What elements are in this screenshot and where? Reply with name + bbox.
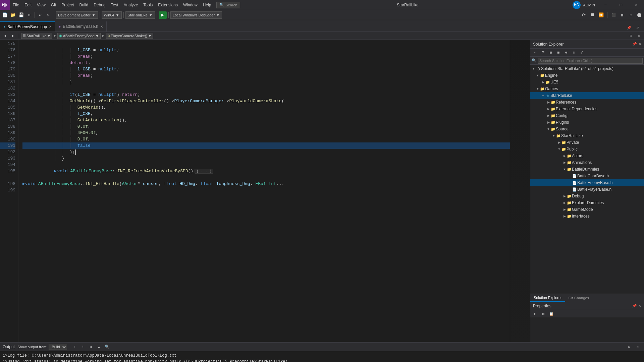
- menu-debug[interactable]: Debug: [91, 0, 108, 10]
- pin-prop-button[interactable]: 📌: [632, 304, 637, 308]
- toolbar-icon-6[interactable]: ⊞: [627, 11, 635, 19]
- output-find-button[interactable]: 🔍: [103, 343, 111, 351]
- folder-icon-actors: 📁: [567, 153, 572, 159]
- menu-test[interactable]: Test: [108, 0, 121, 10]
- close-button[interactable]: ✕: [629, 0, 644, 10]
- menu-project[interactable]: Project: [59, 0, 76, 10]
- undo-button[interactable]: ↩: [37, 11, 44, 19]
- breadcrumb-class[interactable]: ◉ ABattleEnemyBase ▼: [57, 33, 101, 39]
- tree-public[interactable]: ▼ 📁 Public: [530, 146, 644, 153]
- tree-debug[interactable]: ▶ 📁 Debug: [530, 193, 644, 199]
- tree-config[interactable]: ▶ 📁 Config: [530, 112, 644, 119]
- redo-button[interactable]: ↪: [45, 11, 52, 19]
- tree-battle-char-base-h[interactable]: ▶ 📄 BattleCharBase.h: [530, 173, 644, 179]
- split-editor-button[interactable]: ⊟: [627, 32, 635, 40]
- arrow-public: ▼: [557, 147, 561, 151]
- se-settings-button[interactable]: ⚙: [570, 49, 578, 56]
- tab-close-2[interactable]: ✕: [100, 25, 103, 28]
- tree-starraillike[interactable]: ▼ ◈ StarRailLike: [530, 92, 644, 99]
- se-sync-button[interactable]: ↔: [532, 49, 539, 56]
- pin-se-button[interactable]: 📌: [632, 42, 637, 46]
- debugger-dropdown[interactable]: Local Windows Debugger ▼: [170, 11, 222, 19]
- toolbar-icon-3[interactable]: ⏩: [597, 11, 605, 19]
- scroll-right-button[interactable]: ▶: [9, 32, 17, 40]
- se-collapse-button[interactable]: ⊟: [547, 49, 554, 56]
- menu-analyze[interactable]: Analyze: [121, 0, 141, 10]
- project-dropdown[interactable]: StarRailLike ▼: [125, 11, 155, 19]
- breadcrumb-method[interactable]: ⊙ PlayerCameraShake() ▼: [106, 33, 153, 39]
- user-avatar[interactable]: HC: [573, 1, 581, 9]
- menu-file[interactable]: File: [10, 0, 22, 10]
- tab-close-1[interactable]: ✕: [49, 25, 52, 28]
- tree-actors[interactable]: ▶ 📁 Actors: [530, 153, 644, 159]
- menu-help[interactable]: Help: [200, 0, 214, 10]
- se-filter-button[interactable]: ⊞: [555, 49, 562, 56]
- new-file-button[interactable]: 📄: [1, 11, 9, 19]
- se-refresh-button[interactable]: ⟳: [539, 49, 547, 56]
- output-btn-1[interactable]: ⬆: [71, 343, 78, 351]
- open-file-button[interactable]: 📁: [9, 11, 17, 19]
- tab-battle-enemy-base-h[interactable]: ● BattleEnemyBase.h ✕: [55, 21, 106, 32]
- git-changes-tab[interactable]: Git Changes: [565, 294, 592, 302]
- toolbar-icon-2[interactable]: ⏹: [589, 11, 596, 19]
- prop-btn-3[interactable]: 📋: [548, 310, 555, 317]
- tree-ue5[interactable]: ▶ 📁 UE5: [530, 79, 644, 85]
- tree-plugins[interactable]: ▶ 📁 Plugins: [530, 119, 644, 126]
- profile-dropdown[interactable]: Development Editor ▼: [56, 11, 98, 19]
- toolbar-icon-5[interactable]: ▦: [619, 11, 626, 19]
- close-se-button[interactable]: ✕: [638, 42, 641, 46]
- output-close-button[interactable]: ✕: [634, 343, 641, 351]
- output-btn-2[interactable]: ⬇: [79, 343, 87, 351]
- tree-game-mode[interactable]: ▶ 📁 GameMode: [530, 206, 644, 213]
- tree-private[interactable]: ▶ 📁 Private: [530, 139, 644, 146]
- tree-external-dependencies[interactable]: ▶ 📁 External Dependencies: [530, 106, 644, 112]
- save-button[interactable]: 💾: [17, 11, 25, 19]
- menu-edit[interactable]: Edit: [22, 0, 34, 10]
- expand-editor-button[interactable]: ⤢: [634, 24, 641, 32]
- menu-build[interactable]: Build: [77, 0, 91, 10]
- prop-btn-1[interactable]: ⊟: [532, 310, 539, 317]
- prop-btn-2[interactable]: ⊞: [540, 310, 547, 317]
- tree-interfaces[interactable]: ▶ 📁 Interfaces: [530, 213, 644, 220]
- tree-solution[interactable]: ▼ ⬡ Solution 'StarRailLike' (51 of 51 pr…: [530, 65, 644, 72]
- breadcrumb-project[interactable]: ☰ StarRailLike ▼: [21, 33, 52, 39]
- tree-animations[interactable]: ▶ 📁 Animations: [530, 159, 644, 166]
- output-expand-button[interactable]: ▲: [625, 343, 633, 351]
- run-button[interactable]: ▶: [159, 11, 167, 19]
- code-editor[interactable]: 175 176 177 178 179 180 181 182 183 184 …: [0, 40, 530, 342]
- maximize-button[interactable]: □: [613, 0, 629, 10]
- tree-explorer-dummies[interactable]: ▶ 📁 ExplorerDummies: [530, 199, 644, 206]
- tree-references[interactable]: ▶ 📁 References: [530, 99, 644, 106]
- toolbar-icon-4[interactable]: ⬛: [610, 11, 617, 19]
- pin-tab-button[interactable]: 📌: [625, 24, 633, 32]
- maximize-editor-button[interactable]: ▲: [635, 32, 643, 40]
- tree-source-starraillike[interactable]: ▼ 📁 StarRailLike: [530, 132, 644, 139]
- close-prop-button[interactable]: ✕: [638, 304, 641, 308]
- minimize-button[interactable]: ─: [598, 0, 613, 10]
- se-pending-changes-button[interactable]: ⊕: [562, 49, 570, 56]
- menu-git[interactable]: Git: [48, 0, 59, 10]
- output-source-dropdown[interactable]: Build: [49, 344, 67, 350]
- tree-battle-player-base-h[interactable]: ▶ 📄 BattlePlayerBase.h: [530, 186, 644, 193]
- menu-window[interactable]: Window: [180, 0, 200, 10]
- save-all-button[interactable]: ⊞: [25, 11, 33, 19]
- tree-battle-enemy-base-h[interactable]: ▶ 📄 BattleEnemyBase.h: [530, 179, 644, 186]
- output-clear-button[interactable]: ⊠: [87, 343, 95, 351]
- tree-engine[interactable]: ▼ 📁 Engine: [530, 72, 644, 79]
- menu-view[interactable]: View: [34, 0, 48, 10]
- tree-source[interactable]: ▼ 📁 Source: [530, 126, 644, 132]
- code-content[interactable]: │ │ │ l_CSB = nullptr; │ │ │ break; │ │ …: [18, 40, 510, 342]
- menu-extensions[interactable]: Extensions: [155, 0, 180, 10]
- toolbar-icon-1[interactable]: ⟳: [580, 11, 587, 19]
- platform-dropdown[interactable]: Win64 ▼: [102, 11, 122, 19]
- tree-games[interactable]: ▼ 📁 Games: [530, 85, 644, 92]
- toolbar-separator-4: [123, 12, 124, 18]
- solution-explorer-tab[interactable]: Solution Explorer: [530, 294, 565, 302]
- solution-explorer-search-input[interactable]: [538, 58, 643, 64]
- scroll-left-button[interactable]: ◀: [1, 32, 9, 40]
- se-expand-button[interactable]: ⤢: [578, 49, 585, 56]
- tree-battle-dummies[interactable]: ▼ 📁 BattleDummies: [530, 166, 644, 173]
- tab-battle-enemy-base-cpp[interactable]: ● BattleEnemyBase.cpp ✕: [0, 21, 55, 32]
- menu-tools[interactable]: Tools: [141, 0, 155, 10]
- output-word-wrap-button[interactable]: ↵: [95, 343, 103, 351]
